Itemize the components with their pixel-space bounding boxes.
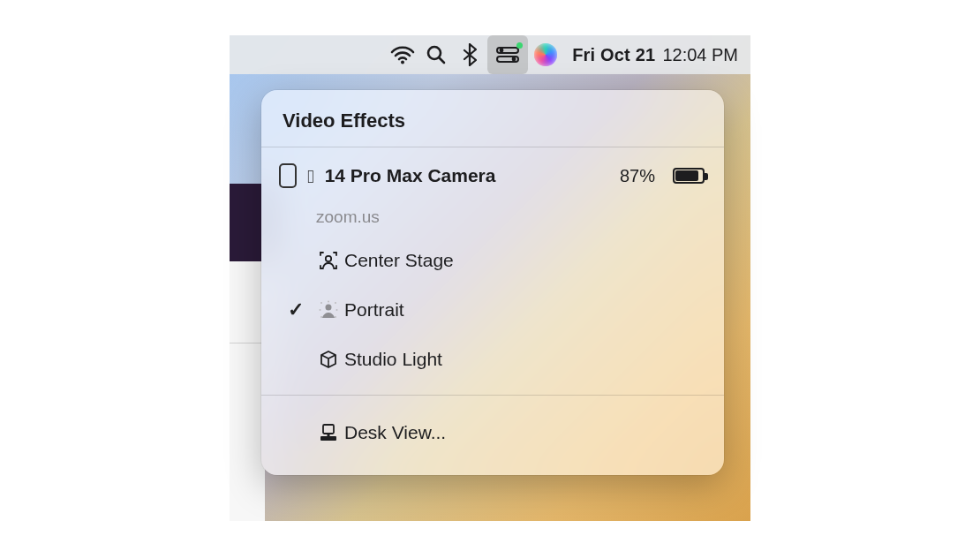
apple-logo-icon:  — [307, 167, 314, 185]
camera-in-use-indicator — [516, 42, 523, 49]
svg-rect-18 — [328, 434, 330, 436]
svg-point-6 — [512, 57, 516, 62]
svg-point-11 — [320, 316, 322, 318]
option-label: Center Stage — [344, 250, 454, 271]
device-row[interactable]:  14 Pro Max Camera 87% — [261, 147, 724, 202]
checkmark-icon: ✓ — [279, 298, 313, 321]
svg-line-2 — [440, 58, 445, 64]
svg-point-12 — [335, 316, 336, 318]
battery-percent: 87% — [620, 166, 655, 186]
studio-light-option[interactable]: Studio Light — [261, 335, 724, 384]
background-app-strip — [230, 261, 265, 521]
wifi-icon[interactable] — [387, 35, 418, 74]
svg-rect-17 — [320, 436, 336, 441]
desk-view-button[interactable]: Desk View... — [261, 408, 724, 457]
background-app-strip — [230, 343, 265, 343]
svg-point-0 — [401, 61, 404, 64]
app-using-camera-label: zoom.us — [261, 202, 724, 236]
effects-list: Center Stage✓PortraitStudio Light — [261, 236, 724, 396]
control-center-icon[interactable] — [487, 35, 528, 74]
center-stage-option[interactable]: Center Stage — [261, 236, 724, 285]
svg-point-14 — [320, 309, 321, 311]
studio-light-icon — [313, 349, 344, 370]
iphone-icon — [279, 163, 297, 188]
svg-rect-16 — [323, 425, 334, 434]
center-stage-icon — [313, 250, 344, 271]
desk-view-icon — [313, 423, 344, 442]
menubar-date[interactable]: Fri Oct 21 — [563, 45, 660, 65]
svg-point-10 — [335, 302, 336, 304]
menubar: Fri Oct 21 12:04 PM — [230, 35, 750, 74]
svg-point-13 — [328, 301, 329, 303]
device-name: 14 Pro Max Camera — [325, 165, 496, 186]
portrait-option[interactable]: ✓Portrait — [261, 285, 724, 335]
siri-icon[interactable] — [530, 35, 562, 74]
video-effects-panel: Video Effects  14 Pro Max Camera 87% zo… — [261, 90, 724, 475]
svg-point-15 — [336, 309, 338, 311]
svg-point-7 — [326, 256, 331, 261]
option-label: Portrait — [344, 299, 404, 321]
panel-title: Video Effects — [261, 90, 724, 147]
portrait-icon — [313, 299, 344, 321]
svg-point-8 — [326, 305, 332, 311]
background-app-strip — [230, 184, 265, 261]
desk-view-label: Desk View... — [344, 422, 446, 443]
menubar-time[interactable]: 12:04 PM — [662, 45, 738, 65]
battery-icon — [673, 168, 705, 184]
svg-point-9 — [320, 302, 322, 304]
bluetooth-icon[interactable] — [454, 35, 486, 74]
svg-point-4 — [500, 49, 504, 53]
option-label: Studio Light — [344, 349, 442, 370]
spotlight-search-icon[interactable] — [420, 35, 452, 74]
